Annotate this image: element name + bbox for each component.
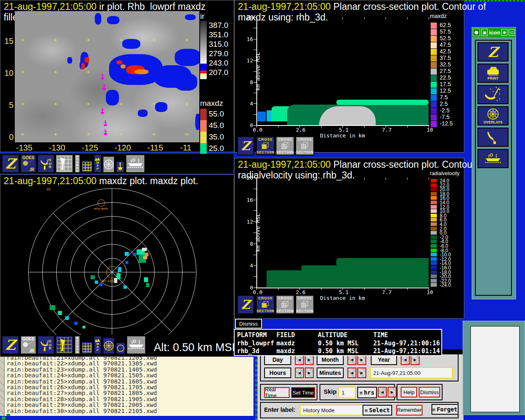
ir-maxdz-value: 55.0 (209, 110, 224, 119)
toolbar-ship-icon[interactable] (126, 336, 146, 354)
toolbar-circle-icon[interactable] (116, 342, 126, 354)
xsec-zeb-icon[interactable]: Z (237, 295, 254, 314)
toolbar-grid-icon[interactable] (55, 336, 73, 354)
table-header: ALTITUDE (318, 331, 347, 339)
radar-echo (146, 283, 149, 287)
xsec-colorbar-value: 32.5 (440, 61, 451, 68)
platform-marker-icon (103, 120, 108, 127)
hours-arrow-back[interactable]: ◀ (295, 368, 304, 378)
grid-plus-mark: + (54, 36, 57, 43)
radar-echo (126, 261, 128, 264)
table-cell: 0.50 km MSL (318, 347, 358, 355)
contour-region (319, 106, 376, 125)
xsec-colorbar-value: 42.5 (440, 48, 451, 55)
xsec-y-tick-label: 16 (244, 197, 253, 203)
toolbar-map-icon[interactable]: MAP (94, 154, 102, 173)
x-tick-top (299, 17, 300, 19)
icon-window-titlebar[interactable]: ▣ icon ◉ ◱ (472, 27, 516, 37)
toolbar-goes-icon[interactable]: GOES.IR (20, 336, 37, 354)
xsec-zeb-icon[interactable]: Z (237, 136, 254, 155)
y-tick (253, 39, 256, 39)
xsec-x-axis-label: Distance in km (310, 132, 375, 139)
terminal-scrollbar[interactable] (0, 357, 5, 416)
toolbar-ship-icon[interactable] (126, 154, 145, 173)
icon-panel-overlays-icon[interactable]: OVERLAYS (477, 106, 509, 126)
xsec-colorbar-swatch (431, 283, 437, 287)
radar-echo (91, 275, 95, 279)
radar-echo (50, 305, 55, 310)
icon-panel-zeb-icon[interactable]: Z (477, 42, 509, 62)
ir-y-tick-label: 0 (4, 132, 14, 142)
xsec-colorbar-swatch (431, 201, 437, 204)
toolbar-sur-icon[interactable]: SUR (37, 336, 55, 354)
cross-section-button[interactable]: CROSSSECTION (295, 295, 314, 314)
table-dismiss-button[interactable]: Dismiss (235, 319, 262, 329)
x-tick (407, 288, 408, 290)
toolbar-zeb-icon[interactable]: Z (2, 154, 19, 173)
toolbar-compass-icon[interactable] (103, 337, 115, 354)
window-iconify-icon[interactable]: ▣ (481, 29, 488, 36)
cold-cloud-blob (175, 49, 199, 66)
terminal-window[interactable]: rain:beaufait:21>xdump.all 970821.1205.x… (0, 357, 253, 416)
radar-echo (145, 253, 148, 256)
ir-title-text: ir plot. Rhb_lowprf maxdz (96, 1, 205, 12)
icon-panel-stars-dish-icon[interactable] (477, 85, 509, 104)
icon-panel-printer-icon[interactable]: PRINT (477, 64, 509, 83)
dismiss-button[interactable]: Dismiss (419, 387, 440, 397)
cross-section-button[interactable]: CROSSSECTION (276, 295, 294, 314)
cold-cloud-blob (106, 90, 119, 105)
toolbar-sur-icon[interactable]: SUR (37, 154, 55, 173)
skip-arrow-back[interactable]: ◀ (378, 387, 387, 397)
time-field[interactable]: 21-Aug-97,21:05:00 (370, 367, 453, 379)
ppi-radar-display[interactable]: who-westb<-125-9-125 (0, 187, 198, 335)
toolbar-bounds-icon[interactable]: BOUNDS (74, 336, 80, 354)
hours-arrow-forward[interactable]: ▶ (305, 368, 314, 378)
ir-maxdz-value: 35.0 (209, 132, 224, 142)
x-tick-top (407, 17, 408, 19)
toolbar-grid-small-icon[interactable] (81, 341, 93, 354)
x-tick-top (256, 178, 257, 180)
ir-x-tick-label: -125 (82, 143, 98, 153)
ir-satellite-image[interactable]: ++++++++++++++++++++++++ (15, 11, 199, 142)
cross-section-button[interactable]: CROSSSECTION (256, 295, 275, 314)
grid-plus-mark: + (87, 68, 90, 75)
toolbar-bounds-icon[interactable]: BOUNDS (74, 154, 80, 173)
x-tick-top (278, 178, 278, 180)
cross-section-button[interactable]: CROSSSECTION (256, 136, 275, 155)
icon-panel-ship-icon[interactable] (477, 149, 509, 168)
icon-panel-antenna-icon[interactable] (477, 128, 509, 147)
window-restore-icon[interactable]: ◱ (509, 29, 515, 36)
toolbar-grid-small-icon[interactable] (81, 160, 93, 173)
skip-arrow-forward[interactable]: ▶ (388, 387, 397, 397)
set-time-button[interactable]: Set Time (291, 387, 315, 398)
cold-cloud-blob2 (121, 64, 126, 68)
remember-button[interactable]: Remember (396, 405, 422, 415)
help-button[interactable]: Help (401, 387, 417, 397)
cross-section-button[interactable]: CROSSSECTION (295, 136, 314, 155)
toolbar-map-icon[interactable]: MAP (94, 336, 102, 354)
xsec-colorbar-swatch (431, 187, 437, 191)
toolbar-goes-icon[interactable]: GOES.IR (20, 154, 37, 173)
ir-maxdz-value: 45.0 (209, 121, 224, 130)
toolbar-buoy-icon[interactable] (116, 161, 125, 173)
ppi-title-timestamp: 21-aug-1997,21:05:00 (4, 176, 96, 186)
x-tick (321, 288, 322, 290)
window-menu-icon[interactable] (473, 29, 480, 36)
toolbar-grid-icon[interactable] (55, 154, 73, 173)
ppi-window-title: 21-aug-1997,21:05:00 maxdz plot. maxdz p… (4, 176, 198, 187)
hrs-menu-button[interactable]: ▤hrs (357, 387, 377, 398)
select-menu-button[interactable]: ▤Select (363, 405, 392, 415)
xsec-x-axis-label: Distance in km (310, 295, 375, 301)
toolbar-compass-icon[interactable] (103, 156, 115, 173)
real-time-button[interactable]: Real Time (264, 387, 290, 398)
skip-field[interactable]: 1 (338, 387, 356, 398)
minutes-arrow-back[interactable]: ◀ (347, 368, 356, 378)
window-radio-icon[interactable]: ◉ (501, 29, 507, 36)
xsec-colorbar-swatch (431, 270, 437, 274)
minutes-arrow-forward[interactable]: ▶ (357, 368, 366, 378)
y-tick (253, 189, 256, 189)
forget-menu-button[interactable]: ▤Forget (431, 404, 459, 415)
toolbar-zeb-icon[interactable]: Z (2, 336, 19, 354)
x-tick-top (429, 178, 429, 180)
cross-section-button[interactable]: CROSSSECTION (276, 136, 294, 155)
